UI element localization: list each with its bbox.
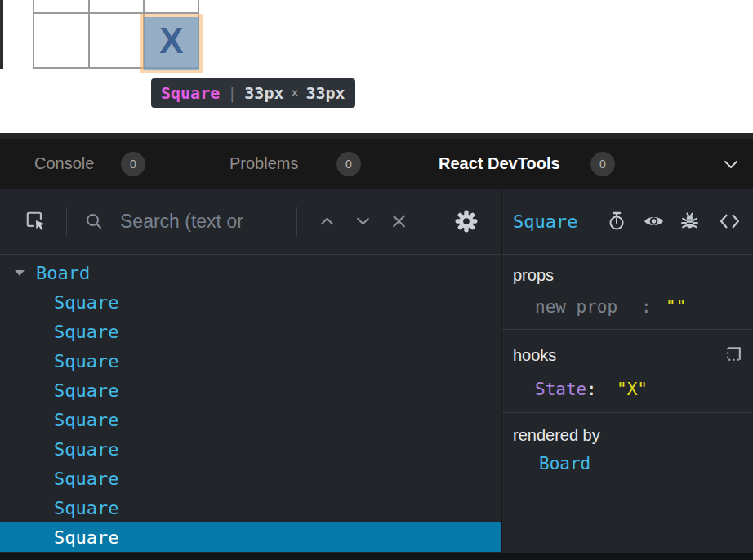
new-prop-input[interactable]: new prop xyxy=(535,297,617,317)
prop-colon: : xyxy=(641,297,652,317)
devtools-tabbar: Console 0 Problems 0 React DevTools 0 xyxy=(0,139,753,189)
tooltip-width: 33px xyxy=(244,83,283,103)
panel-divider-strip xyxy=(0,133,753,139)
tree-item-square[interactable]: Square xyxy=(0,464,501,493)
inspect-tooltip: Square | 33px × 33px xyxy=(151,78,355,108)
tab-problems-badge: 0 xyxy=(336,152,361,176)
tree-item-square[interactable]: Square xyxy=(0,522,501,552)
gear-icon[interactable] xyxy=(454,209,479,233)
tree-item-square[interactable]: Square xyxy=(0,405,501,434)
tab-react-devtools-badge: 0 xyxy=(590,152,615,176)
chevron-down-icon[interactable] xyxy=(354,213,372,230)
dashed-square-icon[interactable] xyxy=(724,344,743,363)
props-section: props new prop : "" xyxy=(502,255,753,330)
tree-item-square[interactable]: Square xyxy=(0,493,501,522)
hooks-section: hooks State : "X" xyxy=(502,330,753,413)
rendered-by-section: rendered by Board xyxy=(502,413,753,553)
hook-colon: : xyxy=(586,380,597,399)
tab-console-badge: 0 xyxy=(121,152,145,176)
window-edge xyxy=(0,0,3,69)
code-brackets-icon[interactable] xyxy=(720,211,740,232)
board-square-x[interactable]: X xyxy=(144,13,199,69)
chevron-up-icon[interactable] xyxy=(319,213,336,230)
devtools-main: Search (text or xyxy=(0,189,753,553)
new-prop-value-input[interactable]: "" xyxy=(666,297,686,317)
tooltip-times: × xyxy=(291,86,298,100)
eye-icon[interactable] xyxy=(644,214,664,229)
tab-problems[interactable]: Problems xyxy=(229,139,298,189)
props-heading: props xyxy=(513,266,554,285)
tooltip-height: 33px xyxy=(306,83,345,103)
toolbar-divider xyxy=(434,207,434,236)
hook-state-name[interactable]: State xyxy=(535,380,586,399)
rendered-by-heading: rendered by xyxy=(513,426,600,445)
hook-state-value[interactable]: "X" xyxy=(617,380,648,399)
tree-item-square[interactable]: Square xyxy=(0,287,501,317)
tooltip-separator: | xyxy=(227,83,237,103)
owner-link-board[interactable]: Board xyxy=(539,454,590,473)
chevron-down-icon[interactable] xyxy=(722,155,740,176)
bug-icon[interactable] xyxy=(680,211,699,232)
components-tree-panel: Search (text or xyxy=(0,189,501,553)
toolbar-divider xyxy=(66,207,67,236)
tree-item-square[interactable]: Square xyxy=(0,346,501,376)
component-details-panel: Square xyxy=(502,189,753,553)
details-header: Square xyxy=(502,189,753,255)
toolbar-divider xyxy=(296,207,297,236)
tree-item-label: Board xyxy=(36,263,90,283)
tooltip-component-name: Square xyxy=(161,83,220,103)
tree-toolbar: Search (text or xyxy=(0,189,501,255)
hooks-heading: hooks xyxy=(513,346,556,365)
search-icon xyxy=(85,212,103,230)
inspect-element-icon[interactable] xyxy=(25,210,47,233)
component-tree: Board SquareSquareSquareSquareSquareSqua… xyxy=(0,255,501,553)
tree-item-square[interactable]: Square xyxy=(0,434,501,464)
tree-children: SquareSquareSquareSquareSquareSquareSqua… xyxy=(0,287,501,552)
react-devtools-screen: X Square | 33px × 33px Console 0 Problem… xyxy=(0,0,753,560)
tree-item-square[interactable]: Square xyxy=(0,376,501,405)
board-grid-line xyxy=(88,0,90,69)
board-grid-line xyxy=(33,0,34,69)
close-icon[interactable] xyxy=(390,213,408,230)
expander-triangle-icon[interactable] xyxy=(15,270,25,276)
tab-console[interactable]: Console xyxy=(34,139,94,189)
tree-item-board[interactable]: Board xyxy=(0,258,501,287)
selected-component-title: Square xyxy=(513,211,577,232)
search-input[interactable]: Search (text or xyxy=(120,211,243,233)
tab-react-devtools[interactable]: React DevTools xyxy=(439,139,560,189)
stopwatch-icon[interactable] xyxy=(607,211,626,232)
bottom-edge-bar xyxy=(0,553,753,560)
inspected-page-viewport: X Square | 33px × 33px xyxy=(0,0,753,133)
tree-item-square[interactable]: Square xyxy=(0,317,501,346)
